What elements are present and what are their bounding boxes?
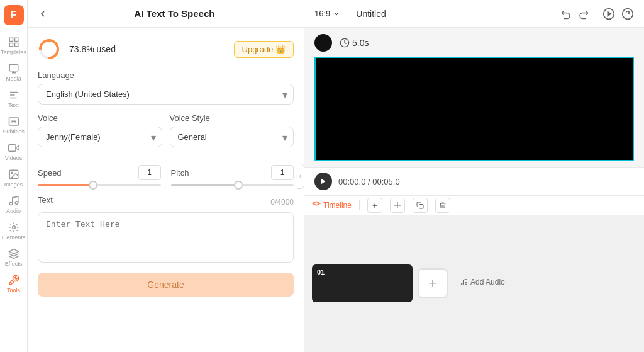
app-logo[interactable]: F — [4, 5, 24, 25]
sidebar-item-images[interactable]: Images — [0, 165, 27, 191]
play-button[interactable] — [314, 173, 332, 190]
text-count: 0/4000 — [270, 198, 294, 207]
voice-col: Voice Jenny(Female) Guy(Male) — [38, 113, 162, 156]
redo-button[interactable] — [578, 8, 589, 20]
duration-display: 5.0s — [340, 38, 369, 48]
canvas-area: 5.0s — [304, 28, 644, 167]
timeline-clip-1[interactable]: 01 — [312, 264, 413, 302]
svg-point-12 — [12, 226, 15, 229]
redo-icon — [578, 8, 589, 20]
speed-thumb[interactable] — [89, 181, 97, 190]
sidebar-item-media[interactable]: Media — [0, 59, 27, 86]
svg-marker-16 — [608, 11, 611, 16]
timeline-split-button[interactable] — [390, 198, 405, 213]
undo-icon — [560, 8, 572, 20]
pitch-value: 1 — [271, 165, 294, 180]
text-input[interactable] — [38, 212, 294, 263]
usage-circle — [38, 38, 60, 60]
timeline-tab[interactable]: Timeline — [312, 201, 352, 210]
canvas-frame — [314, 57, 634, 161]
scene-indicator — [314, 34, 332, 52]
back-button[interactable] — [38, 9, 48, 19]
sidebar-item-elements[interactable]: Elements — [0, 218, 27, 244]
svg-point-9 — [11, 172, 13, 173]
grid-icon — [8, 37, 19, 48]
pitch-fill — [171, 184, 239, 186]
sidebar-item-videos[interactable]: Videos — [0, 139, 27, 165]
copy-icon — [416, 202, 424, 209]
svg-rect-3 — [14, 43, 18, 47]
text-label: Text — [38, 195, 53, 205]
add-clip-button[interactable]: + — [418, 268, 448, 298]
sidebar-item-text[interactable]: Text — [0, 86, 27, 112]
timeline-add-button[interactable]: + — [367, 198, 382, 213]
subtitles-icon — [8, 116, 19, 127]
voice-style-select[interactable]: General Cheerful — [170, 127, 294, 147]
svg-rect-20 — [419, 205, 423, 209]
audio-icon — [8, 195, 19, 207]
add-audio-row[interactable]: Add Audio — [453, 275, 636, 289]
clock-icon — [340, 38, 350, 48]
panel-header: AI Text To Speech — [28, 0, 304, 28]
voice-style-col: Voice Style General Cheerful — [170, 113, 294, 156]
usage-label: 73.8% used — [69, 44, 116, 54]
generate-button[interactable]: Generate — [38, 273, 294, 297]
help-button[interactable] — [621, 8, 634, 20]
svg-point-11 — [15, 202, 18, 205]
pitch-thumb[interactable] — [234, 181, 243, 190]
svg-point-22 — [465, 283, 467, 285]
topbar-divider-2 — [596, 8, 596, 20]
back-icon — [38, 9, 48, 19]
sidebar-item-templates[interactable]: Templates — [0, 33, 27, 59]
svg-marker-6 — [16, 145, 19, 150]
language-select-wrapper: English (United States) English (UK) Spa… — [38, 84, 294, 105]
speed-track — [38, 184, 161, 186]
timeline-delete-button[interactable] — [435, 198, 450, 213]
speed-fill — [38, 184, 93, 186]
videos-icon — [8, 142, 19, 154]
undo-button[interactable] — [560, 8, 572, 20]
svg-point-10 — [9, 202, 13, 205]
help-icon — [621, 8, 634, 20]
sidebar-item-audio[interactable]: Audio — [0, 191, 27, 218]
speed-col: Speed 1 — [38, 165, 161, 186]
delete-icon — [439, 202, 447, 209]
sidebar-item-effects[interactable]: Effects — [0, 244, 27, 271]
sidebar-item-tools[interactable]: Tools — [0, 271, 27, 297]
voice-style-label: Voice Style — [170, 113, 294, 123]
preview-button[interactable] — [602, 8, 615, 20]
play-icon — [319, 178, 327, 185]
usage-row: 73.8% used Upgrade 👑 — [38, 38, 294, 60]
canvas-controls-row: 5.0s — [314, 34, 369, 52]
sidebar: F Templates Media Text Subtitles Videos … — [0, 0, 28, 352]
svg-marker-19 — [321, 179, 326, 185]
timeline-copy-button[interactable] — [413, 198, 428, 213]
document-title: Untitled — [356, 9, 553, 19]
sidebar-item-subtitles[interactable]: Subtitles — [0, 112, 27, 139]
speed-header: Speed 1 — [38, 165, 161, 180]
panel-collapse-handle[interactable]: ‹ — [297, 164, 304, 189]
svg-rect-1 — [14, 38, 18, 41]
svg-rect-2 — [9, 43, 13, 47]
svg-rect-7 — [8, 145, 15, 152]
effects-icon — [8, 248, 19, 259]
voice-select-wrapper: Jenny(Female) Guy(Male) — [38, 127, 162, 147]
speed-label: Speed — [38, 168, 62, 178]
timeline-divider — [359, 200, 360, 210]
text-icon — [8, 89, 19, 101]
preview-icon — [602, 8, 615, 20]
timeline-track: 01 + Add Audio — [304, 215, 644, 353]
usage-info: 73.8% used — [38, 38, 116, 60]
voice-select[interactable]: Jenny(Female) Guy(Male) — [38, 127, 162, 147]
add-audio-icon — [460, 278, 468, 286]
ai-tts-panel: AI Text To Speech 73.8% used Upgrade 👑 L… — [28, 0, 304, 352]
pitch-header: Pitch 1 — [171, 165, 294, 180]
language-select[interactable]: English (United States) English (UK) Spa… — [38, 84, 294, 105]
pitch-col: Pitch 1 — [171, 165, 294, 186]
panel-content: 73.8% used Upgrade 👑 Language English (U… — [28, 28, 304, 352]
upgrade-button[interactable]: Upgrade 👑 — [234, 41, 294, 58]
language-label: Language — [38, 71, 294, 80]
ratio-button[interactable]: 16:9 — [314, 9, 340, 18]
images-icon — [8, 169, 19, 180]
svg-point-21 — [462, 283, 464, 285]
